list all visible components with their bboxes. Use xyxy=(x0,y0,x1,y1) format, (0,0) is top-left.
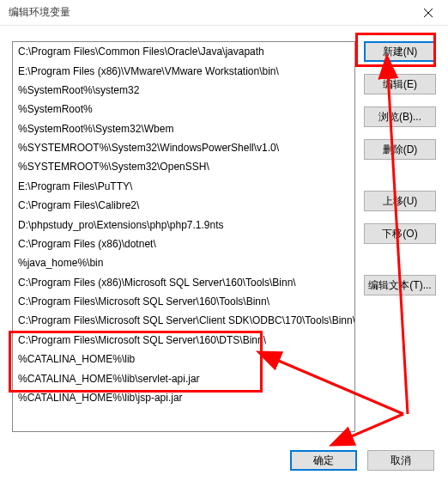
svg-line-5 xyxy=(348,414,403,438)
svg-line-4 xyxy=(275,359,403,414)
svg-line-3 xyxy=(388,74,408,414)
annotation-arrows xyxy=(0,0,448,481)
